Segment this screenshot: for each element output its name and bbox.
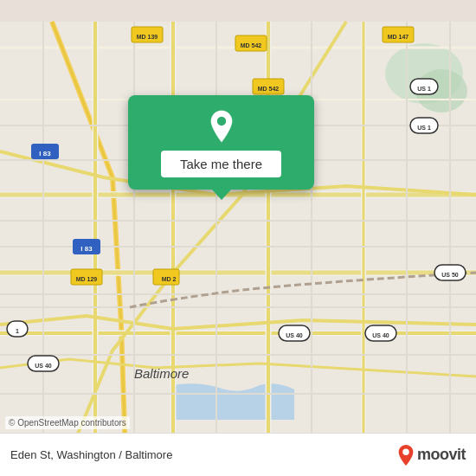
- location-popup[interactable]: Take me there: [128, 95, 314, 190]
- moovit-pin-icon: [396, 444, 415, 466]
- svg-text:MD 542: MD 542: [241, 42, 262, 48]
- location-pin-icon: [204, 109, 239, 144]
- moovit-logo: moovit: [396, 444, 466, 466]
- svg-text:US 50: US 50: [441, 272, 459, 278]
- svg-text:US 40: US 40: [286, 332, 303, 338]
- city-label: Baltimore: [134, 366, 189, 381]
- svg-text:US 1: US 1: [417, 86, 431, 92]
- svg-text:US 40: US 40: [372, 332, 389, 338]
- svg-text:I 83: I 83: [80, 245, 93, 253]
- svg-point-65: [215, 116, 226, 126]
- svg-point-66: [402, 448, 408, 454]
- location-text: Eden St, Washington / Baltimore: [10, 448, 172, 461]
- bottom-bar: Eden St, Washington / Baltimore moovit: [0, 433, 476, 476]
- moovit-text: moovit: [417, 446, 466, 464]
- svg-text:MD 2: MD 2: [162, 276, 177, 282]
- svg-text:MD 542: MD 542: [258, 86, 280, 92]
- map-attribution: © OpenStreetMap contributors: [5, 416, 130, 429]
- svg-text:MD 139: MD 139: [137, 34, 158, 40]
- svg-text:MD 147: MD 147: [388, 34, 409, 40]
- map-container: I 83 I 83 MD 139 MD 542 MD 542 MD 147 MD…: [0, 0, 476, 476]
- svg-text:I 83: I 83: [39, 150, 51, 158]
- svg-text:MD 129: MD 129: [76, 276, 98, 282]
- map-svg: I 83 I 83 MD 139 MD 542 MD 542 MD 147 MD…: [0, 0, 476, 476]
- svg-text:US 40: US 40: [35, 363, 52, 369]
- svg-text:US 1: US 1: [417, 125, 431, 131]
- take-me-there-button[interactable]: Take me there: [161, 151, 281, 177]
- svg-text:1: 1: [16, 328, 19, 334]
